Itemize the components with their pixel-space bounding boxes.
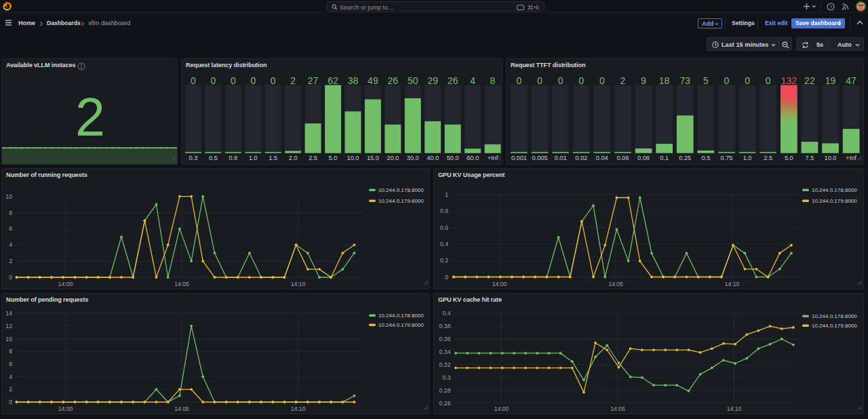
svg-text:14:00: 14:00 [58, 405, 73, 412]
svg-text:0.25: 0.25 [679, 155, 691, 161]
svg-text:2.5: 2.5 [309, 155, 317, 161]
svg-text:10.244.0.178:8000: 10.244.0.178:8000 [378, 187, 424, 193]
svg-text:0: 0 [537, 75, 542, 86]
svg-text:15.0: 15.0 [367, 155, 379, 161]
svg-text:0.4: 0.4 [440, 241, 448, 247]
svg-text:5.0: 5.0 [785, 155, 793, 161]
svg-text:8: 8 [9, 348, 12, 355]
svg-text:14:10: 14:10 [291, 405, 306, 412]
svg-text:0.08: 0.08 [637, 155, 650, 161]
svg-text:0: 0 [211, 75, 216, 86]
svg-text:0: 0 [271, 75, 276, 86]
svg-text:10.244.0.179:8000: 10.244.0.179:8000 [378, 198, 424, 204]
svg-text:14:05: 14:05 [174, 405, 189, 412]
svg-text:0.02: 0.02 [575, 155, 587, 161]
svg-text:2: 2 [9, 258, 12, 264]
svg-text:10.244.0.179:8000: 10.244.0.179:8000 [812, 323, 857, 329]
svg-text:19: 19 [825, 75, 836, 86]
svg-text:30.0: 30.0 [407, 155, 419, 161]
svg-text:10.244.0.179:8000: 10.244.0.179:8000 [812, 198, 857, 204]
svg-text:0.2: 0.2 [440, 257, 448, 264]
svg-text:0: 0 [9, 399, 12, 405]
svg-text:0.3: 0.3 [442, 374, 450, 381]
svg-text:0: 0 [745, 75, 750, 86]
svg-text:0.6: 0.6 [440, 224, 448, 231]
svg-text:10.0: 10.0 [347, 155, 359, 161]
svg-text:73: 73 [680, 75, 691, 86]
svg-text:10.0: 10.0 [825, 155, 837, 161]
svg-text:0.28: 0.28 [439, 387, 451, 394]
svg-text:50: 50 [408, 75, 418, 86]
svg-text:14:10: 14:10 [725, 281, 740, 287]
svg-text:0: 0 [558, 75, 564, 86]
svg-text:10: 10 [5, 336, 12, 342]
svg-text:29: 29 [427, 75, 438, 86]
svg-text:0.001: 0.001 [511, 155, 527, 161]
svg-text:20.0: 20.0 [387, 155, 399, 161]
svg-text:2: 2 [9, 386, 12, 393]
svg-text:14:10: 14:10 [727, 405, 742, 412]
svg-text:0: 0 [250, 75, 256, 86]
svg-text:14:05: 14:05 [610, 405, 625, 412]
svg-text:9: 9 [641, 75, 646, 86]
svg-text:0: 0 [517, 75, 522, 86]
svg-text:2: 2 [290, 75, 296, 86]
svg-text:0: 0 [9, 274, 12, 281]
svg-text:0: 0 [578, 75, 584, 86]
svg-text:4: 4 [470, 75, 475, 86]
svg-text:0.32: 0.32 [439, 361, 451, 368]
svg-text:8: 8 [490, 75, 496, 86]
svg-text:5.0: 5.0 [329, 155, 338, 161]
svg-text:10: 10 [5, 193, 12, 200]
svg-text:0.4: 0.4 [442, 310, 450, 317]
svg-text:5: 5 [703, 75, 709, 86]
svg-text:1.0: 1.0 [249, 155, 258, 161]
svg-text:26: 26 [448, 75, 458, 86]
svg-text:1.5: 1.5 [269, 155, 277, 161]
svg-text:62: 62 [328, 75, 338, 86]
svg-text:132: 132 [781, 75, 797, 86]
svg-text:0.01: 0.01 [555, 155, 567, 161]
svg-text:0.75: 0.75 [721, 155, 733, 161]
svg-text:?: ? [829, 3, 832, 9]
svg-text:10.244.0.178:8000: 10.244.0.178:8000 [378, 313, 424, 319]
svg-text:1: 1 [445, 191, 448, 198]
svg-text:22: 22 [804, 75, 815, 86]
svg-text:0.5: 0.5 [209, 155, 218, 161]
svg-text:38: 38 [348, 75, 359, 86]
svg-text:7.5: 7.5 [806, 155, 814, 161]
svg-text:0.005: 0.005 [532, 155, 548, 161]
svg-text:6: 6 [9, 361, 12, 367]
svg-text:60.0: 60.0 [467, 155, 479, 161]
svg-text:0: 0 [599, 75, 605, 86]
svg-text:0: 0 [445, 274, 448, 281]
svg-text:26: 26 [388, 75, 399, 86]
svg-text:0.34: 0.34 [439, 348, 451, 355]
svg-text:4: 4 [9, 374, 12, 380]
svg-text:14:00: 14:00 [494, 405, 509, 412]
svg-text:0: 0 [724, 75, 730, 86]
svg-text:14:00: 14:00 [492, 281, 507, 287]
svg-text:12: 12 [5, 323, 12, 330]
svg-text:0: 0 [191, 75, 196, 86]
svg-text:0.06: 0.06 [616, 155, 629, 161]
svg-text:40.0: 40.0 [427, 155, 439, 161]
svg-text:0: 0 [231, 75, 236, 86]
svg-text:10.244.0.178:8000: 10.244.0.178:8000 [812, 187, 857, 193]
svg-text:50.0: 50.0 [447, 155, 459, 161]
svg-text:0.5: 0.5 [702, 155, 711, 161]
svg-text:0.1: 0.1 [660, 155, 669, 161]
svg-text:0.3: 0.3 [189, 155, 198, 161]
svg-text:0.04: 0.04 [596, 155, 608, 161]
svg-text:14:00: 14:00 [58, 281, 73, 287]
svg-text:0.38: 0.38 [439, 323, 451, 330]
svg-text:2.5: 2.5 [764, 155, 772, 161]
svg-text:18: 18 [659, 75, 670, 86]
svg-text:4: 4 [9, 241, 12, 248]
svg-text:2.0: 2.0 [289, 155, 298, 161]
svg-text:0.36: 0.36 [439, 336, 451, 342]
svg-text:0.26: 0.26 [439, 400, 451, 407]
svg-text:10.244.0.179:8000: 10.244.0.179:8000 [378, 322, 424, 328]
svg-text:14:05: 14:05 [174, 281, 189, 287]
svg-text:27: 27 [308, 75, 319, 86]
